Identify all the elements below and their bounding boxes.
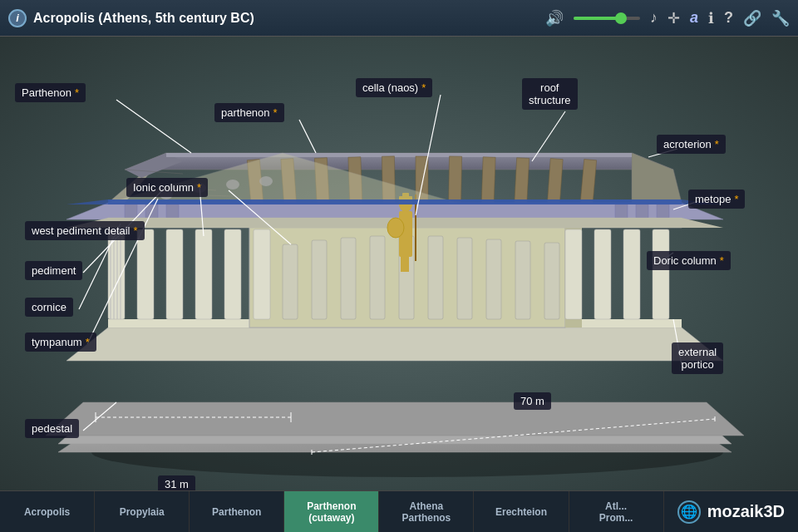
svg-rect-35: [166, 204, 179, 218]
label-metope[interactable]: metope*: [688, 190, 745, 209]
svg-rect-42: [137, 229, 154, 319]
header-controls: 🔊 ♪ ✛ a ℹ ? 🔗 🔧: [545, 9, 790, 27]
measurement-70m: 70 m: [514, 392, 551, 410]
svg-rect-61: [457, 238, 472, 319]
header-left: i Acropolis (Athens, 5th century BC): [8, 9, 545, 27]
svg-rect-50: [653, 229, 669, 319]
info-circle-icon[interactable]: i: [8, 9, 27, 27]
svg-rect-56: [312, 240, 327, 319]
help-icon[interactable]: ?: [724, 9, 733, 27]
link-icon[interactable]: 🔗: [743, 9, 761, 27]
svg-line-79: [116, 100, 191, 153]
svg-rect-64: [544, 243, 559, 319]
svg-rect-48: [594, 229, 611, 319]
label-external-portico[interactable]: externalportico: [672, 342, 723, 374]
label-parthenon-sub[interactable]: parthenon*: [214, 103, 284, 122]
tab-acropolis[interactable]: Acropolis: [0, 491, 95, 532]
wrench-icon[interactable]: 🔧: [771, 9, 790, 27]
svg-marker-5: [46, 402, 744, 436]
mozaik-logo: mozaik3D: [707, 502, 785, 521]
header-title: Acropolis (Athens, 5th century BC): [33, 11, 254, 26]
tab-propylaia[interactable]: Propylaia: [95, 491, 190, 532]
svg-rect-58: [370, 236, 385, 319]
italic-icon[interactable]: a: [690, 9, 698, 27]
branding-area: 🌐 mozaik3D: [664, 491, 798, 532]
label-pedestal[interactable]: pedestal: [25, 419, 79, 438]
tab-bar: Acropolis Propylaia Parthenon Parthenon(…: [0, 490, 798, 532]
header-bar: i Acropolis (Athens, 5th century BC) 🔊 ♪…: [0, 0, 798, 37]
tab-atl[interactable]: Atl...Prom...: [569, 491, 664, 532]
label-cella[interactable]: cella (naos)*: [356, 78, 432, 97]
tab-athena-parthenos[interactable]: AthenaParthenos: [379, 491, 474, 532]
svg-rect-55: [283, 244, 298, 319]
svg-marker-78: [66, 200, 723, 204]
tab-erechteion[interactable]: Erechteion: [474, 491, 569, 532]
measurement-31m: 31 m: [158, 475, 195, 490]
info-icon[interactable]: ℹ: [708, 9, 714, 27]
crosshair-icon[interactable]: ✛: [667, 9, 680, 27]
svg-rect-33: [125, 204, 137, 218]
svg-marker-15: [166, 153, 632, 157]
svg-rect-36: [615, 204, 628, 218]
svg-point-75: [226, 180, 239, 190]
label-tympanum[interactable]: tympanum*: [25, 332, 96, 352]
volume-icon[interactable]: 🔊: [545, 9, 564, 27]
svg-marker-6: [66, 328, 723, 361]
svg-rect-46: [254, 229, 270, 319]
svg-rect-45: [224, 229, 241, 319]
music-icon[interactable]: ♪: [650, 9, 658, 27]
label-parthenon-main[interactable]: Parthenon*: [15, 83, 86, 102]
svg-rect-63: [515, 241, 530, 319]
label-cornice[interactable]: cornice: [25, 298, 73, 317]
svg-rect-57: [341, 238, 356, 319]
svg-rect-60: [428, 236, 443, 319]
svg-point-70: [387, 218, 404, 238]
svg-rect-49: [623, 229, 640, 319]
svg-rect-62: [486, 239, 501, 319]
svg-rect-44: [195, 229, 212, 319]
tab-parthenon[interactable]: Parthenon: [190, 491, 284, 532]
label-roof-structure[interactable]: roofstructure: [522, 78, 578, 110]
volume-slider[interactable]: [574, 17, 640, 20]
svg-rect-71: [401, 255, 409, 272]
canvas-area[interactable]: Parthenon* parthenon* cella (naos)* roof…: [0, 37, 798, 490]
label-ionic-column[interactable]: Ionic column*: [126, 178, 208, 197]
label-pediment[interactable]: pediment: [25, 261, 82, 280]
label-west-pediment[interactable]: west pediment detail*: [25, 221, 145, 240]
tab-parthenon-cutaway[interactable]: Parthenon(cutaway): [284, 491, 379, 532]
svg-rect-47: [565, 229, 582, 319]
svg-rect-38: [657, 204, 669, 218]
label-doric-column[interactable]: Doric column*: [647, 251, 731, 270]
svg-rect-37: [636, 204, 648, 218]
svg-marker-13: [632, 153, 682, 203]
svg-line-80: [299, 120, 316, 153]
svg-rect-43: [166, 229, 183, 319]
label-acroterion[interactable]: acroterion*: [657, 135, 726, 154]
svg-point-76: [259, 176, 273, 186]
globe-icon: 🌐: [677, 500, 701, 524]
